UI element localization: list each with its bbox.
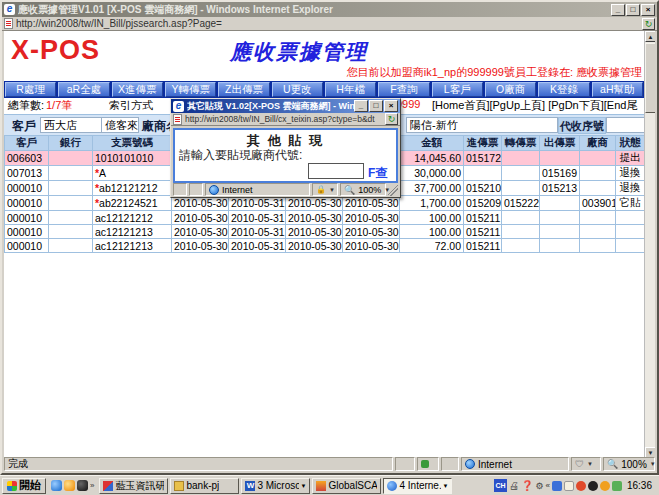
cell-customer: 000010 bbox=[5, 225, 49, 239]
cell-out-voucher: 015213 bbox=[540, 181, 580, 196]
column-header[interactable]: 金額 bbox=[400, 136, 464, 151]
close-button[interactable]: × bbox=[641, 4, 655, 16]
menu-button[interactable]: F查詢 bbox=[378, 82, 429, 97]
menu-button[interactable]: K登錄 bbox=[538, 82, 589, 97]
taskbar-window-button[interactable]: 4 Interne... ▼ bbox=[383, 478, 452, 494]
menu-button[interactable]: X進傳票 bbox=[112, 82, 163, 97]
cell-bank bbox=[49, 166, 93, 181]
menu-button[interactable]: aH幫助 bbox=[592, 82, 643, 97]
zone-pane: Internet bbox=[461, 457, 569, 471]
taskbar-window-button[interactable]: bank-pj ▼ bbox=[170, 478, 239, 494]
taskbar-window-button[interactable]: W 3 Microso... ▼ bbox=[241, 478, 310, 494]
cell-in-voucher bbox=[464, 166, 502, 181]
cell-check-no: *A bbox=[93, 166, 172, 181]
resize-grip[interactable] bbox=[388, 183, 398, 196]
column-header[interactable]: 支票號碼 bbox=[93, 136, 172, 151]
zoom-pane[interactable]: 🔍 100% ▼ bbox=[340, 183, 386, 196]
tray-notes-icon[interactable] bbox=[564, 481, 574, 491]
collect-serial-label: 代收序號 bbox=[558, 117, 606, 134]
maximize-button[interactable]: □ bbox=[626, 4, 640, 16]
cell-customer: 007013 bbox=[5, 166, 49, 181]
tray-overflow-chevron-icon[interactable]: « bbox=[546, 481, 550, 490]
tray-agent-icon[interactable] bbox=[576, 481, 586, 491]
zoom-pane[interactable]: 🔍 100% ▼ bbox=[603, 457, 655, 471]
app-launcher-icon[interactable] bbox=[64, 480, 75, 491]
menu-button[interactable]: Z出傳票 bbox=[218, 82, 269, 97]
dialog-minimize-button[interactable]: _ bbox=[354, 100, 368, 112]
cell-vendor bbox=[580, 151, 616, 166]
tray-messenger-icon[interactable] bbox=[552, 481, 562, 491]
customer-code-field[interactable]: 西大店 bbox=[40, 117, 102, 133]
menu-button[interactable]: L客戶 bbox=[432, 82, 483, 97]
zoom-level: 100% bbox=[621, 459, 647, 470]
column-header[interactable]: 轉傳票 bbox=[502, 136, 540, 151]
cell-status: 退換 bbox=[616, 181, 645, 196]
cell-bank bbox=[49, 196, 93, 211]
cell-date-4: 2010-05-30 bbox=[343, 225, 400, 239]
cell-in-voucher: 015211 bbox=[464, 225, 502, 239]
ime-indicator[interactable]: CH bbox=[494, 479, 507, 492]
window-icon bbox=[316, 481, 326, 491]
dialog-maximize-button[interactable]: □ bbox=[369, 100, 383, 112]
dialog-prompt: 請輸入要貼現廠商代號: bbox=[179, 148, 314, 163]
search-link[interactable]: F查詢 bbox=[368, 165, 396, 183]
web-page: X-POS 應收票據管理 您目前以加盟商ik1_np的999999號員工登錄在:… bbox=[4, 31, 644, 458]
window-titlebar[interactable]: e 應收票據管理V1.01 [X-POS 雲端商務網] - Windows In… bbox=[2, 2, 657, 17]
overflow-chevron-icon[interactable]: » bbox=[90, 481, 94, 490]
menu-button[interactable]: R處理 bbox=[5, 82, 56, 97]
cell-status: 提出 bbox=[616, 151, 645, 166]
tray-alert-icon[interactable] bbox=[600, 481, 610, 491]
refresh-go-icon[interactable]: ↻ bbox=[642, 18, 655, 30]
column-header[interactable]: 客戶 bbox=[5, 136, 49, 151]
start-button[interactable]: 開始 bbox=[2, 478, 46, 494]
taskbar: 開始 » 藍玉資訊研... ▼ bank-pj ▼ bbox=[0, 475, 659, 495]
column-header[interactable]: 進傳票 bbox=[464, 136, 502, 151]
dialog-close-button[interactable]: × bbox=[384, 100, 398, 112]
status-pane-icon bbox=[417, 457, 439, 471]
bank-field[interactable]: 陽信-新竹 bbox=[406, 117, 558, 133]
menu-button[interactable]: aR全處 bbox=[58, 82, 109, 97]
settings-icon[interactable]: ⚙ bbox=[535, 481, 543, 491]
column-header[interactable]: 狀態 bbox=[616, 136, 645, 151]
table-row[interactable]: 000010 ac12121213 2010-05-30 2010-05-31 … bbox=[5, 225, 645, 239]
help-icon[interactable]: ❓ bbox=[521, 480, 533, 491]
dialog-titlebar[interactable]: e 其它貼現 V1.02[X-POS 雲端商務網] - Win... _ □ × bbox=[171, 99, 400, 113]
vertical-scrollbar[interactable]: ▲ ▼ bbox=[644, 31, 655, 458]
menu-button[interactable]: O廠商 bbox=[485, 82, 536, 97]
cell-bank bbox=[49, 151, 93, 166]
cell-transfer-voucher bbox=[502, 181, 540, 196]
tray-scanner-icon[interactable] bbox=[612, 481, 622, 491]
menu-button[interactable]: H年檔 bbox=[325, 82, 376, 97]
window-icon bbox=[174, 481, 184, 491]
column-header[interactable]: 出傳票 bbox=[540, 136, 580, 151]
taskbar-window-button[interactable]: GlobalSCAP... ▼ bbox=[312, 478, 381, 494]
menu-button[interactable]: Y轉傳票 bbox=[165, 82, 216, 97]
tray-qq-icon[interactable] bbox=[588, 481, 598, 491]
protected-mode-pane[interactable]: 🛡 ▼ bbox=[571, 457, 601, 471]
address-url[interactable]: http://win2008/tw/IN_Bill/pjssearch.asp?… bbox=[16, 18, 639, 29]
vendor-code-input[interactable] bbox=[308, 163, 364, 179]
lock-icon: 🔒 bbox=[316, 185, 326, 194]
qq-icon[interactable] bbox=[77, 480, 88, 491]
table-row[interactable]: 000010 ac12121212 2010-05-30 2010-05-31 … bbox=[5, 211, 645, 225]
printer-icon[interactable]: 🖨 bbox=[509, 480, 519, 491]
menu-button[interactable]: U更改 bbox=[272, 82, 323, 97]
status-pane-1 bbox=[395, 457, 415, 471]
minimize-button[interactable]: _ bbox=[611, 4, 625, 16]
messenger-icon[interactable] bbox=[51, 480, 62, 491]
column-header[interactable]: 銀行 bbox=[49, 136, 93, 151]
column-header[interactable]: 廠商 bbox=[580, 136, 616, 151]
cell-out-voucher bbox=[540, 196, 580, 211]
taskbar-window-button[interactable]: 藍玉資訊研... ▼ bbox=[99, 478, 168, 494]
table-row[interactable]: 000010 ac12121213 2010-05-30 2010-05-31 … bbox=[5, 239, 645, 253]
cell-transfer-voucher bbox=[502, 166, 540, 181]
scroll-up-icon[interactable]: ▲ bbox=[645, 31, 655, 42]
dialog-url[interactable]: http://win2008/tw/IN_Bill/cx_teixin.asp?… bbox=[185, 114, 382, 124]
refresh-go-icon[interactable]: ↻ bbox=[385, 113, 398, 125]
shield-icon: 🛡 bbox=[575, 459, 584, 469]
cell-amount: 1,700.00 bbox=[400, 196, 464, 211]
magnifier-icon: 🔍 bbox=[607, 459, 618, 469]
scroll-thumb[interactable] bbox=[645, 43, 655, 113]
taskbar-clock[interactable]: 16:36 bbox=[624, 480, 655, 491]
protected-mode-pane[interactable]: 🔒 ▼ bbox=[312, 183, 338, 196]
